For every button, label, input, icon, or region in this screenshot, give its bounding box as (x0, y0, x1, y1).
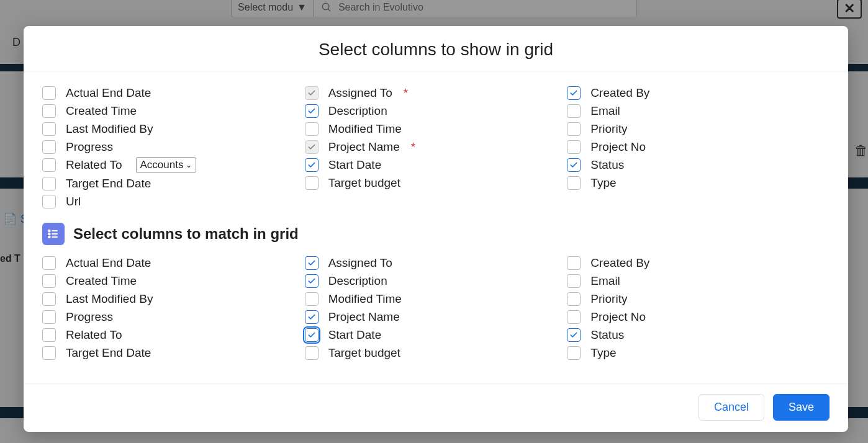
checkbox-label: Project No (590, 140, 646, 154)
column-option: Start Date (305, 156, 555, 174)
checkbox-label: Project Name (328, 310, 400, 324)
checkbox-label: Created By (590, 256, 649, 270)
required-marker: * (404, 86, 408, 100)
show-columns-grid: Actual End DateCreated TimeLast Modified… (42, 84, 817, 210)
checkbox-label: Type (590, 176, 616, 190)
checkbox[interactable] (305, 158, 319, 172)
checkbox-label: Modified Time (328, 122, 402, 136)
checkbox[interactable] (567, 310, 581, 324)
checkbox-label: Actual End Date (66, 256, 151, 270)
checkbox[interactable] (567, 140, 581, 154)
column-option: Target budget (305, 344, 555, 362)
modal-footer: Cancel Save (24, 383, 848, 432)
column-option: Modified Time (305, 120, 555, 138)
checkbox-label: Progress (66, 310, 113, 324)
checkbox[interactable] (305, 346, 319, 360)
column-option: Related ToAccounts⌄ (42, 156, 292, 174)
checkbox[interactable] (567, 176, 581, 190)
checkbox-label: Priority (590, 122, 627, 136)
checkbox[interactable] (567, 122, 581, 136)
column-option: Type (567, 174, 817, 192)
column-option: Assigned To* (305, 84, 555, 102)
column-option: Last Modified By (42, 120, 292, 138)
checkbox[interactable] (42, 346, 56, 360)
column-option: Project Name* (305, 138, 555, 156)
column-picker-modal: Select columns to show in grid Actual En… (24, 26, 848, 432)
modal-body: Actual End DateCreated TimeLast Modified… (24, 71, 848, 383)
checkbox[interactable] (567, 328, 581, 342)
checkbox-label: Email (590, 274, 620, 288)
checkbox-label: Target End Date (66, 177, 151, 190)
column-option: Target budget (305, 174, 555, 192)
checkbox-label: Start Date (328, 158, 382, 172)
column-option: Status (567, 326, 817, 344)
checkbox[interactable] (42, 310, 56, 324)
column-option: Project Name (305, 308, 555, 326)
svg-point-6 (48, 236, 50, 238)
checkbox[interactable] (567, 292, 581, 306)
checkbox[interactable] (305, 176, 319, 190)
column-option: Progress (42, 308, 292, 326)
checkbox-label: Priority (590, 292, 627, 306)
checkbox-label: Assigned To (328, 86, 392, 100)
checkbox-label: Description (328, 274, 387, 288)
checkbox[interactable] (567, 104, 581, 118)
checkbox[interactable] (42, 158, 56, 172)
checkbox[interactable] (305, 310, 319, 324)
column-option: Modified Time (305, 290, 555, 308)
column-option: Related To (42, 326, 292, 344)
column-option: Project No (567, 138, 817, 156)
checkbox[interactable] (305, 256, 319, 270)
column-option: Priority (567, 290, 817, 308)
checkbox[interactable] (42, 292, 56, 306)
svg-point-2 (48, 230, 50, 232)
match-section-title: Select columns to match in grid (73, 225, 299, 243)
cancel-button[interactable]: Cancel (698, 394, 764, 421)
modal-scroll[interactable]: Actual End DateCreated TimeLast Modified… (42, 84, 823, 383)
related-to-select[interactable]: Accounts⌄ (136, 157, 197, 173)
checkbox[interactable] (42, 86, 56, 100)
checkbox[interactable] (567, 158, 581, 172)
checkbox[interactable] (42, 104, 56, 118)
column-option: Url (42, 192, 292, 210)
checkbox[interactable] (42, 195, 56, 208)
checkbox[interactable] (567, 256, 581, 270)
checkbox-label: Last Modified By (66, 122, 153, 136)
checkbox[interactable] (305, 122, 319, 136)
save-button[interactable]: Save (773, 394, 830, 421)
column-option: Target End Date (42, 174, 292, 192)
checkbox-label: Created By (590, 86, 649, 100)
chevron-down-icon: ⌄ (186, 161, 192, 169)
column-option: Last Modified By (42, 290, 292, 308)
checkbox[interactable] (567, 86, 581, 100)
checkbox-label: Start Date (328, 328, 382, 342)
checkbox-label: Project Name (328, 140, 400, 154)
checkbox[interactable] (42, 328, 56, 342)
checkbox-label: Target End Date (66, 346, 151, 360)
modal-title: Select columns to show in grid (42, 40, 830, 60)
checkbox[interactable] (305, 328, 319, 342)
checkbox[interactable] (42, 256, 56, 270)
checkbox-label: Related To (66, 328, 122, 342)
column-option: Target End Date (42, 344, 292, 362)
match-section-header: Select columns to match in grid (42, 223, 817, 245)
checkbox[interactable] (305, 104, 319, 118)
checkbox-label: Status (590, 328, 624, 342)
checkbox[interactable] (567, 274, 581, 288)
checkbox-label: Project No (590, 310, 646, 324)
checkbox[interactable] (42, 177, 56, 190)
required-marker: * (411, 140, 415, 154)
checkbox[interactable] (42, 274, 56, 288)
column-option: Email (567, 102, 817, 120)
column-option: Description (305, 102, 555, 120)
checkbox[interactable] (305, 292, 319, 306)
column-option: Type (567, 344, 817, 362)
checkbox-label: Actual End Date (66, 86, 151, 100)
column-option: Priority (567, 120, 817, 138)
column-option: Project No (567, 308, 817, 326)
checkbox[interactable] (42, 122, 56, 136)
checkbox[interactable] (305, 274, 319, 288)
checkbox[interactable] (567, 346, 581, 360)
checkbox[interactable] (42, 140, 56, 154)
checkbox-label: Modified Time (328, 292, 402, 306)
